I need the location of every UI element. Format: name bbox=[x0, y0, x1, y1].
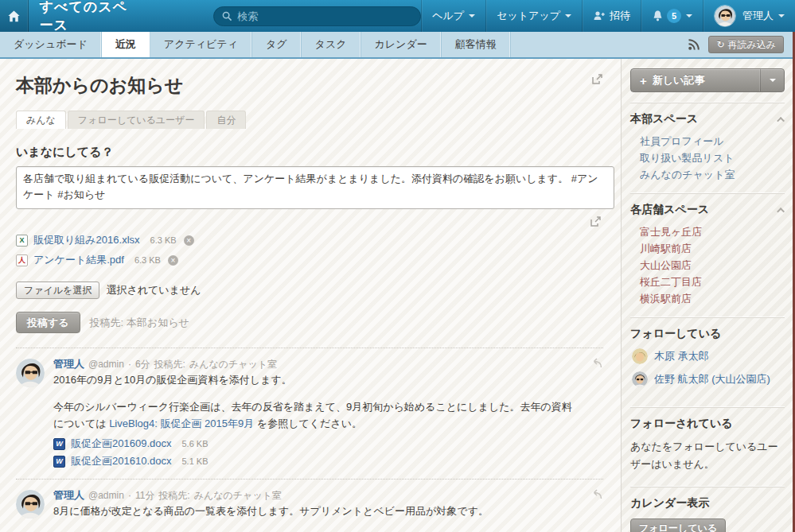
tab-activity[interactable]: アクティビティ bbox=[150, 32, 252, 57]
chevron-down-icon bbox=[770, 79, 776, 85]
post-paragraph: 8月に価格が改定となる商品の一覧表を添付します。サプリメントとベビー用品が対象で… bbox=[53, 503, 579, 520]
remove-attachment-icon[interactable]: × bbox=[184, 235, 194, 246]
search-input[interactable] bbox=[237, 10, 412, 22]
collapse-chevron-icon[interactable] bbox=[777, 207, 785, 215]
external-link-icon[interactable] bbox=[591, 73, 603, 85]
search-box[interactable] bbox=[213, 6, 421, 26]
plus-icon: + bbox=[640, 74, 647, 87]
followers-empty-text: あなたをフォローしているユーザーはいません。 bbox=[630, 438, 785, 476]
followed-user-link[interactable]: 佐野 航太郎 (大山公園店) bbox=[654, 372, 770, 386]
post-author-link[interactable]: 管理人 bbox=[53, 488, 84, 503]
sidebar-link-chatroom[interactable]: みんなのチャット室 bbox=[640, 166, 785, 183]
attachment-link[interactable]: アンケート結果.pdf bbox=[33, 253, 124, 267]
sidebar-link-profile[interactable]: 社員プロフィール bbox=[640, 133, 785, 150]
section-title: カレンダー表示 bbox=[630, 496, 709, 511]
section-header: 本部スペース bbox=[630, 112, 785, 126]
tab-dashboard[interactable]: ダッシュボード bbox=[0, 32, 102, 57]
new-article-dropdown[interactable] bbox=[761, 69, 784, 91]
add-user-icon bbox=[593, 10, 606, 21]
file-select-status: 選択されていません bbox=[106, 283, 201, 297]
sidebar-link-store[interactable]: 川崎駅前店 bbox=[640, 240, 785, 257]
tab-calendar[interactable]: カレンダー bbox=[361, 32, 442, 57]
section-title: 本部スペース bbox=[630, 112, 698, 126]
blog-reference-link[interactable]: LiveBlog4: 販促企画 2015年9月 bbox=[109, 417, 254, 429]
invite-button[interactable]: 招待 bbox=[582, 0, 641, 32]
post-header: 管理人 @admin · 11分 投稿先: みんなのチャット室 bbox=[53, 488, 583, 503]
post-attachment: W 販促企画201609.docx 5.6 KB bbox=[53, 437, 583, 451]
help-menu[interactable]: ヘルプ bbox=[421, 0, 485, 32]
post-dest-link[interactable]: みんなのチャット室 bbox=[189, 358, 277, 371]
right-sidebar: + 新しい記事 本部スペース 社員プロフィール 取り扱い製品リスト みんなのチャ… bbox=[621, 59, 793, 532]
feed-filter-tabs: みんな フォローしているユーザー 自分 bbox=[16, 111, 603, 129]
rss-icon[interactable] bbox=[688, 38, 700, 51]
avatar bbox=[632, 371, 648, 387]
sidebar-section-stores: 各店舗スペース 富士見ヶ丘店 川崎駅前店 大山公園店 桜丘二丁目店 横浜駅前店 bbox=[630, 193, 785, 307]
page-title: 本部からのお知らせ bbox=[16, 73, 183, 98]
attachment-link[interactable]: 販促企画201609.docx bbox=[71, 437, 171, 451]
sidebar-link-products[interactable]: 取り扱い製品リスト bbox=[640, 150, 785, 166]
word-file-icon: W bbox=[53, 438, 65, 450]
avatar bbox=[714, 5, 736, 27]
status-heading: いまなにしてる？ bbox=[16, 145, 603, 160]
sidebar-link-store[interactable]: 桜丘二丁目店 bbox=[640, 274, 785, 290]
setup-menu[interactable]: セットアップ bbox=[485, 0, 582, 32]
tab-recent[interactable]: 近況 bbox=[102, 32, 150, 57]
topbar-menu: ヘルプ セットアップ 招待 5 bbox=[421, 0, 795, 32]
avatar[interactable] bbox=[16, 490, 45, 518]
article-header: 本部からのお知らせ bbox=[16, 73, 603, 98]
filter-tab-following[interactable]: フォローしているユーザー bbox=[68, 111, 205, 129]
notification-menu[interactable]: 5 bbox=[641, 0, 703, 32]
meta-dot: · bbox=[128, 359, 131, 370]
post-handle: @admin bbox=[88, 359, 124, 370]
chevron-down-icon bbox=[778, 14, 785, 21]
calendar-following-button[interactable]: フォローしている bbox=[630, 518, 726, 532]
reply-icon[interactable] bbox=[590, 488, 603, 500]
section-header: フォローしている bbox=[630, 327, 785, 341]
new-article-button[interactable]: + 新しい記事 bbox=[630, 68, 785, 92]
status-composer-textarea[interactable]: 各店舗で取り組まれている販促活動について、アンケート結果がまとまりました。添付資… bbox=[16, 166, 614, 209]
post-dest-link[interactable]: みんなのチャット室 bbox=[194, 489, 282, 503]
section-title: フォローされている bbox=[630, 417, 733, 431]
sidebar-link-store[interactable]: 富士見ヶ丘店 bbox=[640, 223, 785, 240]
remove-attachment-icon[interactable]: × bbox=[168, 255, 178, 266]
post-attachments: W 販促企画201609.docx 5.6 KB W 販促企画201610.do… bbox=[53, 437, 583, 468]
filter-tab-everyone[interactable]: みんな bbox=[16, 111, 66, 129]
submit-row: 投稿する 投稿先: 本部お知らせ bbox=[16, 312, 603, 348]
filter-tab-self[interactable]: 自分 bbox=[206, 111, 246, 129]
post-author-link[interactable]: 管理人 bbox=[53, 357, 84, 371]
post-body: 管理人 @admin · 6分 投稿先: みんなのチャット室 2016年の9月と… bbox=[53, 357, 583, 468]
excel-file-icon: X bbox=[16, 235, 28, 247]
reload-button[interactable]: ↻ 再読み込み bbox=[708, 36, 784, 53]
meta-dot: · bbox=[128, 490, 131, 501]
section-title: フォローしている bbox=[630, 327, 721, 341]
attachment-link[interactable]: 販促取り組み2016.xlsx bbox=[33, 233, 140, 247]
post-destination-label: 投稿先: 本部お知らせ bbox=[90, 316, 189, 330]
sidebar-link-store[interactable]: 大山公園店 bbox=[640, 257, 785, 274]
tabbar-actions: ↻ 再読み込み bbox=[688, 32, 795, 57]
tab-tags[interactable]: タグ bbox=[252, 32, 302, 57]
help-label: ヘルプ bbox=[432, 9, 464, 23]
tab-customers[interactable]: 顧客情報 bbox=[442, 32, 511, 57]
post-handle: @admin bbox=[88, 490, 124, 501]
new-article-label: 新しい記事 bbox=[653, 73, 705, 87]
user-menu[interactable]: 管理人 bbox=[703, 0, 795, 32]
reply-icon[interactable] bbox=[590, 357, 603, 369]
avatar[interactable] bbox=[16, 359, 45, 387]
new-article-main[interactable]: + 新しい記事 bbox=[631, 69, 761, 91]
composer-expand-row bbox=[16, 216, 602, 227]
sidebar-link-store[interactable]: 横浜駅前店 bbox=[640, 290, 785, 307]
section-title: 各店舗スペース bbox=[630, 203, 709, 217]
file-select-row: ファイルを選択 選択されていません bbox=[16, 282, 603, 299]
file-size: 5.6 KB bbox=[181, 439, 208, 449]
search-icon bbox=[222, 11, 232, 21]
followed-user-link[interactable]: 木原 承太郎 bbox=[654, 349, 709, 363]
post-submit-button[interactable]: 投稿する bbox=[16, 312, 80, 333]
external-link-icon[interactable] bbox=[590, 216, 602, 227]
attachment-link[interactable]: 販促企画201610.docx bbox=[71, 454, 171, 468]
tab-tasks[interactable]: タスク bbox=[302, 32, 361, 57]
home-icon bbox=[6, 9, 21, 24]
home-button[interactable] bbox=[0, 0, 29, 32]
collapse-chevron-icon[interactable] bbox=[777, 116, 785, 124]
file-select-button[interactable]: ファイルを選択 bbox=[16, 282, 99, 299]
sidebar-section-following: フォローしている 木原 承太郎 佐野 航太 bbox=[630, 317, 785, 397]
